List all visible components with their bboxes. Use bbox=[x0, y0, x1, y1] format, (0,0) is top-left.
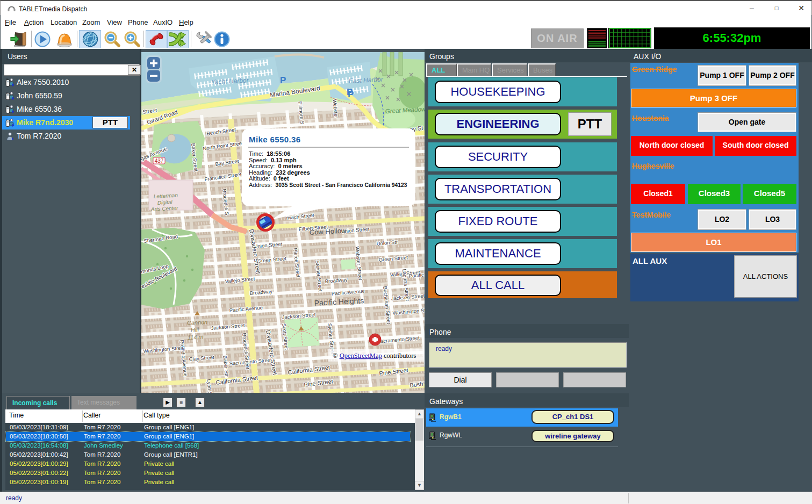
svg-text:Time: 18:55:06: Time: 18:55:06 bbox=[249, 150, 290, 157]
svg-text:Heading: 232 degrees: Heading: 232 degrees bbox=[249, 169, 310, 176]
svg-text:Cannon: Cannon bbox=[186, 319, 207, 326]
svg-text:Mike 6550.36: Mike 6550.36 bbox=[249, 135, 301, 144]
svg-text:P: P bbox=[347, 87, 353, 97]
svg-text:Speed: 0.13 mph: Speed: 0.13 mph bbox=[249, 157, 297, 163]
svg-text:Accuracy: 0 meters: Accuracy: 0 meters bbox=[249, 163, 303, 169]
svg-text:Altitude: 0 feet: Altitude: 0 feet bbox=[249, 175, 289, 182]
svg-text:114 m: 114 m bbox=[187, 333, 203, 341]
svg-text:P: P bbox=[280, 75, 286, 85]
svg-text:437: 437 bbox=[155, 158, 164, 164]
svg-text:Hill: Hill bbox=[190, 326, 199, 333]
svg-text:© OpenStreetMap contributors: © OpenStreetMap contributors bbox=[333, 352, 416, 359]
svg-text:Address: 3035 Scott Street -: Address: 3035 Scott Street - San Francis… bbox=[249, 182, 407, 188]
